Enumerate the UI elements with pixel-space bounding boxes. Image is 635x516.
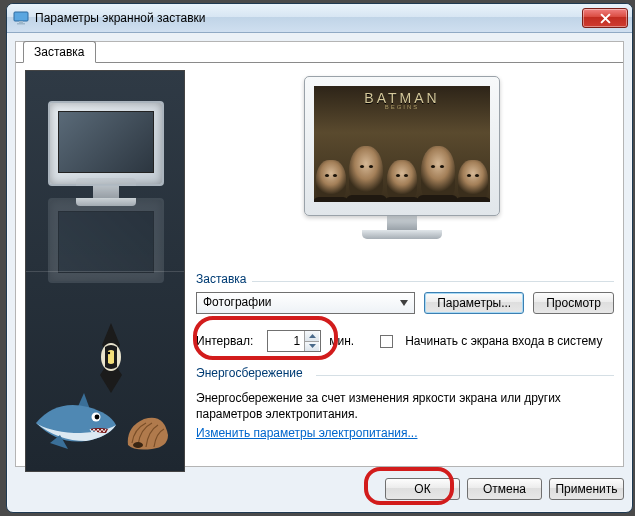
svg-point-7 bbox=[133, 442, 143, 448]
screensaver-select-value: Фотографии bbox=[203, 295, 272, 309]
spinner-down[interactable] bbox=[305, 342, 319, 352]
monitor-reflection bbox=[48, 223, 164, 283]
dropdown-icon bbox=[396, 295, 412, 311]
angelfish-icon bbox=[88, 323, 134, 393]
resume-label: Начинать с экрана входа в систему bbox=[405, 334, 602, 348]
screensaver-select[interactable]: Фотографии bbox=[196, 292, 415, 314]
side-preview-panel bbox=[25, 70, 185, 472]
interval-label: Интервал: bbox=[196, 334, 253, 348]
titlebar: Параметры экранной заставки bbox=[7, 4, 632, 33]
svg-rect-2 bbox=[17, 23, 25, 25]
aquarium-illustration bbox=[26, 311, 184, 461]
settings-button[interactable]: Параметры... bbox=[424, 292, 524, 314]
svg-rect-1 bbox=[19, 21, 23, 23]
group-screensaver: Заставка bbox=[196, 272, 614, 286]
svg-point-6 bbox=[95, 415, 100, 420]
screensaver-preview: BATMAN BEGINS bbox=[304, 76, 500, 239]
interval-input[interactable] bbox=[268, 331, 304, 351]
group-label: Заставка bbox=[196, 272, 247, 286]
client-area: Заставка bbox=[15, 41, 624, 467]
spinner-up[interactable] bbox=[305, 331, 319, 342]
apply-button[interactable]: Применить bbox=[549, 478, 624, 500]
tab-screensaver[interactable]: Заставка bbox=[23, 41, 96, 63]
app-icon bbox=[13, 10, 29, 26]
window-title: Параметры экранной заставки bbox=[35, 11, 582, 25]
shell-icon bbox=[124, 415, 170, 451]
ok-button[interactable]: ОК bbox=[385, 478, 460, 500]
cancel-button[interactable]: Отмена bbox=[467, 478, 542, 500]
tab-label: Заставка bbox=[34, 45, 85, 59]
tab-content: BATMAN BEGINS bbox=[16, 63, 623, 466]
interval-unit: мин. bbox=[329, 334, 354, 348]
svg-point-4 bbox=[108, 352, 110, 354]
dialog-button-bar: ОК Отмена Применить bbox=[15, 474, 624, 504]
preview-subtitle: BEGINS bbox=[385, 104, 420, 110]
screensaver-dialog: Параметры экранной заставки Заставка bbox=[6, 3, 633, 513]
tab-divider bbox=[16, 62, 623, 63]
svg-rect-0 bbox=[14, 12, 28, 21]
preview-button[interactable]: Просмотр bbox=[533, 292, 614, 314]
power-settings-link[interactable]: Изменить параметры электропитания... bbox=[196, 426, 417, 440]
close-button[interactable] bbox=[582, 8, 628, 28]
settings-area: BATMAN BEGINS bbox=[196, 70, 614, 466]
energy-description: Энергосбережение за счет изменения яркос… bbox=[196, 390, 610, 422]
shark-icon bbox=[30, 385, 118, 451]
interval-spinner[interactable] bbox=[267, 330, 321, 352]
close-icon bbox=[600, 13, 611, 24]
resume-checkbox[interactable] bbox=[380, 335, 393, 348]
group-energy: Энергосбережение bbox=[196, 366, 614, 380]
group-label: Энергосбережение bbox=[196, 366, 303, 380]
